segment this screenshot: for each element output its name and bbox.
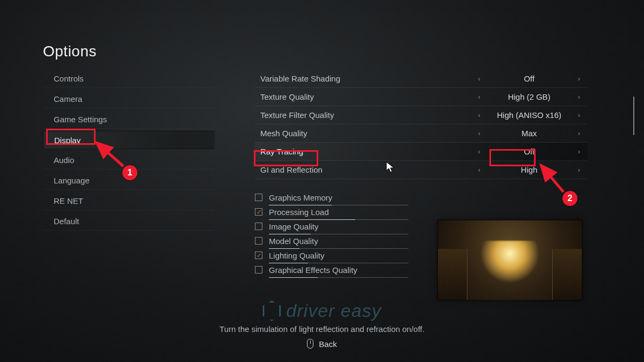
chevron-right-icon[interactable]: ›	[575, 147, 583, 156]
chevron-left-icon[interactable]: ‹	[475, 166, 484, 174]
sidebar-item-label: RE NET	[54, 196, 83, 205]
option-row-ray-tracing[interactable]: Ray Tracing‹Off›	[255, 143, 588, 161]
option-row-mesh-quality[interactable]: Mesh Quality‹Max›	[255, 124, 588, 143]
performance-toggles: Graphics Memory✓Processing LoadImage Qua…	[255, 191, 421, 276]
sidebar-item-label: Display	[54, 136, 80, 145]
sidebar-item-audio[interactable]: Audio	[43, 151, 215, 169]
sidebar-item-game-settings[interactable]: Game Settings	[43, 110, 215, 129]
chevron-right-icon[interactable]: ›	[575, 166, 583, 174]
sidebar-item-display[interactable]: Display	[43, 131, 215, 149]
sidebar-item-camera[interactable]: Camera	[43, 90, 215, 108]
toggle-bar	[269, 277, 408, 278]
chevron-left-icon[interactable]: ‹	[475, 111, 484, 119]
toggle-row-processing-load[interactable]: ✓Processing Load	[255, 205, 421, 218]
toggle-label: Graphical Effects Quality	[269, 265, 357, 275]
option-row-gi-and-reflection[interactable]: GI and Reflection‹High›	[255, 161, 588, 179]
chevron-left-icon[interactable]: ‹	[475, 147, 484, 156]
checkbox-checked-icon[interactable]: ✓	[255, 252, 262, 259]
sidebar-item-re-net[interactable]: RE NET	[43, 192, 215, 210]
option-value: Off	[484, 74, 575, 83]
option-value: High	[484, 165, 575, 174]
watermark: driver easy	[262, 300, 381, 321]
back-label: Back	[319, 339, 336, 349]
sidebar-item-controls[interactable]: Controls	[43, 70, 215, 88]
sidebar-item-label: Game Settings	[54, 115, 107, 124]
sidebar-item-language[interactable]: Language	[43, 172, 215, 190]
option-label: Texture Filter Quality	[260, 110, 394, 120]
option-label: Texture Quality	[260, 92, 394, 101]
toggle-label: Image Quality	[269, 222, 319, 231]
toggle-row-graphics-memory[interactable]: Graphics Memory	[255, 191, 421, 204]
option-label: Mesh Quality	[260, 129, 394, 138]
page-title: Options	[43, 43, 97, 60]
chevron-right-icon[interactable]: ›	[575, 111, 583, 119]
checkbox-icon[interactable]	[255, 223, 262, 230]
option-row-texture-quality[interactable]: Texture Quality‹High (2 GB)›	[255, 88, 588, 106]
chevron-right-icon[interactable]: ›	[575, 93, 583, 101]
option-label: Ray Tracing	[260, 147, 394, 156]
option-label: Variable Rate Shading	[260, 74, 394, 83]
scrollbar-indicator[interactable]	[633, 97, 634, 135]
chevron-right-icon[interactable]: ›	[575, 129, 583, 137]
sidebar-item-label: Language	[54, 176, 90, 185]
checkbox-icon[interactable]	[255, 194, 262, 201]
checkbox-checked-icon[interactable]: ✓	[255, 208, 262, 216]
toggle-label: Model Quality	[269, 237, 318, 246]
option-value: Off	[484, 147, 575, 156]
sidebar: ControlsCameraGame SettingsDisplayAudioL…	[43, 70, 215, 231]
chevron-left-icon[interactable]: ‹	[475, 93, 484, 101]
sidebar-item-label: Audio	[54, 156, 74, 165]
option-label: GI and Reflection	[260, 165, 394, 174]
option-value: High (ANISO x16)	[484, 110, 575, 120]
preview-thumbnail	[437, 220, 582, 300]
toggle-label: Lighting Quality	[269, 251, 324, 260]
toggle-row-image-quality[interactable]: Image Quality	[255, 220, 421, 233]
mouse-icon	[307, 339, 313, 349]
sidebar-item-default[interactable]: Default	[43, 212, 215, 231]
option-value: High (2 GB)	[484, 92, 575, 101]
sidebar-item-label: Default	[54, 217, 79, 226]
toggle-row-model-quality[interactable]: Model Quality	[255, 234, 421, 247]
helper-text: Turn the simulation of light reflection …	[0, 324, 644, 334]
option-row-variable-rate-shading[interactable]: Variable Rate Shading‹Off›	[255, 70, 588, 88]
toggle-row-graphical-effects-quality[interactable]: Graphical Effects Quality	[255, 263, 421, 276]
option-row-texture-filter-quality[interactable]: Texture Filter Quality‹High (ANISO x16)›	[255, 106, 588, 124]
chevron-right-icon[interactable]: ›	[575, 75, 583, 83]
chevron-left-icon[interactable]: ‹	[475, 129, 484, 137]
sidebar-item-label: Camera	[54, 94, 82, 104]
back-button[interactable]: Back	[0, 339, 644, 349]
toggle-label: Processing Load	[269, 208, 329, 217]
toggle-label: Graphics Memory	[269, 193, 332, 202]
checkbox-icon[interactable]	[255, 266, 262, 274]
toggle-row-lighting-quality[interactable]: ✓Lighting Quality	[255, 249, 421, 262]
chevron-left-icon[interactable]: ‹	[475, 75, 484, 83]
sidebar-item-label: Controls	[54, 74, 84, 83]
option-value: Max	[484, 129, 575, 138]
watermark-text: driver easy	[286, 300, 381, 321]
checkbox-icon[interactable]	[255, 237, 262, 245]
